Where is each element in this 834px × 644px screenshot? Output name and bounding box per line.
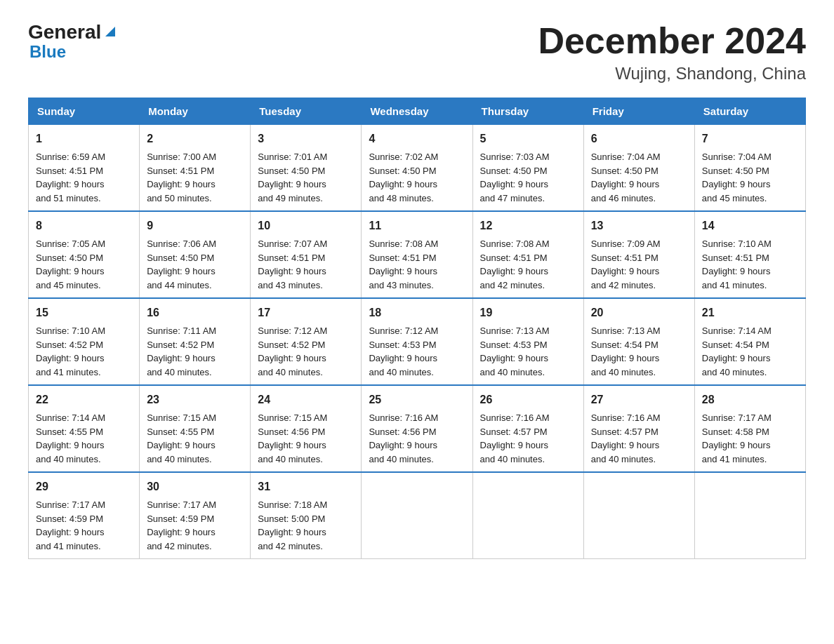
daylight-text2: and 41 minutes. — [36, 541, 101, 551]
sunset-text: Sunset: 4:53 PM — [369, 340, 436, 350]
day-number: 30 — [147, 478, 243, 495]
daylight-text2: and 42 minutes. — [591, 280, 656, 290]
calendar-week-5: 29Sunrise: 7:17 AMSunset: 4:59 PMDayligh… — [29, 472, 806, 559]
table-row: 8Sunrise: 7:05 AMSunset: 4:50 PMDaylight… — [29, 211, 140, 298]
sunrise-text: Sunrise: 7:13 AM — [591, 326, 661, 336]
daylight-text2: and 40 minutes. — [591, 367, 656, 377]
daylight-text2: and 44 minutes. — [147, 280, 212, 290]
daylight-text: Daylight: 9 hours — [258, 440, 326, 450]
daylight-text: Daylight: 9 hours — [591, 440, 660, 450]
sunset-text: Sunset: 4:51 PM — [702, 253, 769, 263]
daylight-text2: and 43 minutes. — [369, 280, 434, 290]
sunset-text: Sunset: 4:56 PM — [258, 427, 325, 437]
table-row — [472, 472, 583, 559]
daylight-text: Daylight: 9 hours — [480, 179, 549, 189]
sunrise-text: Sunrise: 7:14 AM — [702, 326, 772, 336]
table-row: 22Sunrise: 7:14 AMSunset: 4:55 PMDayligh… — [29, 385, 140, 472]
day-number: 14 — [702, 217, 798, 234]
table-row: 9Sunrise: 7:06 AMSunset: 4:50 PMDaylight… — [140, 211, 251, 298]
sunrise-text: Sunrise: 7:00 AM — [147, 152, 216, 162]
sunrise-text: Sunrise: 7:17 AM — [36, 499, 105, 510]
sunrise-text: Sunrise: 7:16 AM — [480, 412, 550, 423]
table-row: 5Sunrise: 7:03 AMSunset: 4:50 PMDaylight… — [472, 125, 583, 212]
table-row: 20Sunrise: 7:13 AMSunset: 4:54 PMDayligh… — [583, 298, 694, 385]
table-row: 28Sunrise: 7:17 AMSunset: 4:58 PMDayligh… — [694, 385, 805, 472]
daylight-text2: and 40 minutes. — [147, 454, 212, 464]
table-row — [694, 472, 805, 559]
daylight-text2: and 45 minutes. — [702, 193, 767, 203]
table-row: 29Sunrise: 7:17 AMSunset: 4:59 PMDayligh… — [29, 472, 140, 559]
daylight-text2: and 40 minutes. — [147, 367, 212, 377]
day-number: 22 — [36, 391, 132, 408]
daylight-text: Daylight: 9 hours — [702, 179, 771, 189]
day-number: 17 — [258, 304, 354, 321]
daylight-text: Daylight: 9 hours — [147, 440, 216, 450]
sunset-text: Sunset: 4:56 PM — [369, 427, 436, 437]
sunset-text: Sunset: 4:50 PM — [36, 253, 103, 263]
sunrise-text: Sunrise: 7:08 AM — [369, 239, 438, 249]
sunrise-text: Sunrise: 7:02 AM — [369, 152, 438, 162]
sunrise-text: Sunrise: 7:04 AM — [702, 152, 772, 162]
sunset-text: Sunset: 4:59 PM — [147, 514, 214, 524]
sunset-text: Sunset: 4:53 PM — [480, 340, 548, 350]
logo-blue: Blue — [29, 42, 118, 62]
table-row: 17Sunrise: 7:12 AMSunset: 4:52 PMDayligh… — [251, 298, 362, 385]
day-number: 19 — [480, 304, 576, 321]
sunrise-text: Sunrise: 7:12 AM — [369, 326, 438, 336]
daylight-text2: and 42 minutes. — [480, 280, 545, 290]
daylight-text: Daylight: 9 hours — [36, 353, 105, 363]
sunset-text: Sunset: 4:51 PM — [480, 253, 548, 263]
day-number: 1 — [36, 130, 132, 147]
daylight-text: Daylight: 9 hours — [258, 179, 326, 189]
daylight-text2: and 48 minutes. — [369, 193, 434, 203]
day-number: 18 — [369, 304, 465, 321]
day-number: 11 — [369, 217, 465, 234]
calendar-header-row: Sunday Monday Tuesday Wednesday Thursday… — [29, 98, 806, 125]
day-number: 5 — [480, 130, 576, 147]
daylight-text: Daylight: 9 hours — [369, 440, 437, 450]
sunset-text: Sunset: 4:55 PM — [36, 427, 103, 437]
day-number: 6 — [591, 130, 687, 147]
table-row — [583, 472, 694, 559]
sunset-text: Sunset: 4:57 PM — [591, 427, 658, 437]
sunrise-text: Sunrise: 7:03 AM — [480, 152, 550, 162]
daylight-text2: and 41 minutes. — [702, 280, 767, 290]
day-number: 3 — [258, 130, 354, 147]
daylight-text2: and 42 minutes. — [258, 541, 323, 551]
daylight-text: Daylight: 9 hours — [591, 266, 660, 276]
table-row: 30Sunrise: 7:17 AMSunset: 4:59 PMDayligh… — [140, 472, 251, 559]
daylight-text: Daylight: 9 hours — [702, 353, 771, 363]
table-row: 10Sunrise: 7:07 AMSunset: 4:51 PMDayligh… — [251, 211, 362, 298]
day-number: 15 — [36, 304, 132, 321]
day-number: 16 — [147, 304, 243, 321]
table-row: 27Sunrise: 7:16 AMSunset: 4:57 PMDayligh… — [583, 385, 694, 472]
sunrise-text: Sunrise: 7:10 AM — [36, 326, 105, 336]
daylight-text2: and 49 minutes. — [258, 193, 323, 203]
calendar-week-1: 1Sunrise: 6:59 AMSunset: 4:51 PMDaylight… — [29, 125, 806, 212]
sunset-text: Sunset: 4:50 PM — [591, 166, 658, 176]
table-row: 18Sunrise: 7:12 AMSunset: 4:53 PMDayligh… — [362, 298, 472, 385]
sunset-text: Sunset: 4:50 PM — [702, 166, 769, 176]
table-row: 12Sunrise: 7:08 AMSunset: 4:51 PMDayligh… — [472, 211, 583, 298]
page-header: General Blue December 2024 Wujing, Shand… — [28, 21, 806, 83]
daylight-text: Daylight: 9 hours — [480, 353, 549, 363]
daylight-text2: and 43 minutes. — [258, 280, 323, 290]
sunset-text: Sunset: 4:55 PM — [147, 427, 214, 437]
daylight-text2: and 40 minutes. — [480, 454, 545, 464]
daylight-text2: and 40 minutes. — [591, 454, 656, 464]
table-row: 15Sunrise: 7:10 AMSunset: 4:52 PMDayligh… — [29, 298, 140, 385]
daylight-text2: and 40 minutes. — [36, 454, 101, 464]
logo-general: General — [28, 21, 101, 43]
daylight-text: Daylight: 9 hours — [147, 179, 216, 189]
header-saturday: Saturday — [694, 98, 805, 125]
daylight-text: Daylight: 9 hours — [258, 527, 326, 537]
daylight-text: Daylight: 9 hours — [480, 440, 549, 450]
day-number: 28 — [702, 391, 798, 408]
table-row: 16Sunrise: 7:11 AMSunset: 4:52 PMDayligh… — [140, 298, 251, 385]
table-row: 1Sunrise: 6:59 AMSunset: 4:51 PMDaylight… — [29, 125, 140, 212]
daylight-text2: and 46 minutes. — [591, 193, 656, 203]
sunrise-text: Sunrise: 7:05 AM — [36, 239, 105, 249]
sunset-text: Sunset: 4:50 PM — [369, 166, 436, 176]
daylight-text: Daylight: 9 hours — [369, 266, 437, 276]
daylight-text: Daylight: 9 hours — [702, 266, 771, 276]
